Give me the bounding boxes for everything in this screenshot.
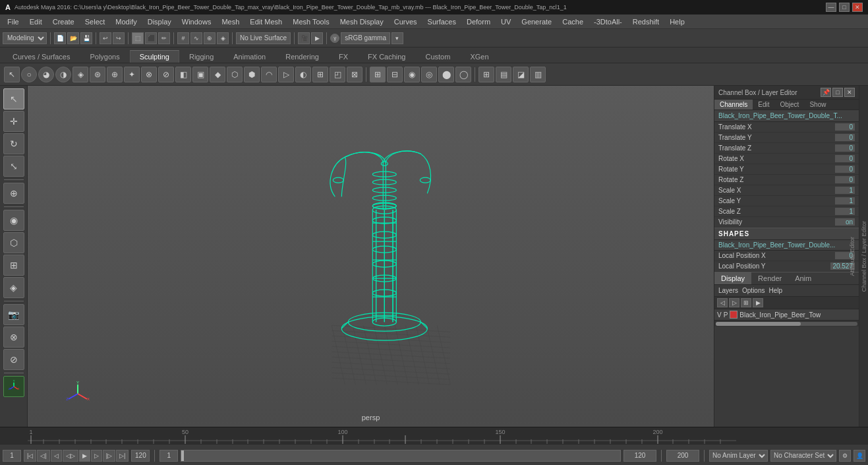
tab-polygons[interactable]: Polygons (80, 50, 129, 63)
dra-tab-render[interactable]: Render (751, 272, 788, 284)
tool12[interactable]: ⊘ (3, 349, 24, 370)
cb-expand-button[interactable]: □ (832, 88, 843, 97)
mirror-icon[interactable]: ⊟ (387, 67, 403, 82)
menu-curves[interactable]: Curves (390, 16, 422, 27)
open-button[interactable]: 📂 (67, 32, 79, 44)
sculpt7-icon[interactable]: ✦ (124, 67, 140, 82)
sculpt4-icon[interactable]: ◈ (72, 67, 88, 82)
channel-translate-y[interactable]: Translate Y 0 (714, 133, 859, 143)
layers-menu-options[interactable]: Options (742, 287, 765, 294)
menu-deform[interactable]: Deform (462, 16, 495, 27)
select-icon[interactable]: ↖ (4, 67, 20, 82)
brush-icon[interactable]: ⬤ (438, 67, 454, 82)
menu-uv[interactable]: UV (496, 16, 515, 27)
go-end-button[interactable]: ▷| (116, 450, 129, 462)
char-set-select[interactable]: No Character Set (770, 450, 836, 462)
render-btn[interactable]: ▶ (311, 32, 323, 44)
menu-edit[interactable]: Edit (25, 16, 47, 27)
layers-icon-1[interactable]: ◁ (717, 298, 728, 307)
menu-display[interactable]: Display (143, 16, 176, 27)
tab-curves-surfaces[interactable]: Curves / Surfaces (3, 50, 80, 63)
sculpt1-icon[interactable]: ○ (21, 67, 37, 82)
channel-rotate-z[interactable]: Rotate Z 0 (714, 175, 859, 185)
menu-mesh-display[interactable]: Mesh Display (335, 16, 388, 27)
display3-icon[interactable]: ◪ (513, 67, 529, 82)
cb-tab-edit[interactable]: Edit (753, 100, 774, 109)
display4-icon[interactable]: ▥ (530, 67, 546, 82)
select-mode-button[interactable]: ↖ (3, 88, 24, 109)
tab-rendering[interactable]: Rendering (275, 50, 329, 63)
channel-local-pos-x[interactable]: Local Position X 0 (714, 251, 859, 261)
layer-row[interactable]: V P Black_Iron_Pipe_Beer_Tow (714, 309, 859, 320)
next-key-button[interactable]: |▷ (103, 450, 115, 462)
channel-scale-y[interactable]: Scale Y 1 (714, 196, 859, 206)
tab-custom[interactable]: Custom (416, 50, 461, 63)
grid-display-icon[interactable]: ⊞ (478, 67, 494, 82)
menu-help[interactable]: Help (665, 16, 689, 27)
cb-tab-channels[interactable]: Channels (714, 100, 753, 109)
sculpt14-icon[interactable]: ⬢ (244, 67, 260, 82)
prev-frame-button[interactable]: ◁ (51, 450, 62, 462)
sculpt18-icon[interactable]: ⊞ (312, 67, 328, 82)
snap-surface[interactable]: ◈ (217, 32, 229, 44)
scrollbar-track[interactable] (716, 322, 857, 326)
close-button[interactable]: ✕ (852, 3, 863, 12)
flood-icon[interactable]: ◯ (455, 67, 471, 82)
new-scene-button[interactable]: 📄 (54, 32, 66, 44)
snap-mode[interactable]: ⊞ (3, 255, 24, 276)
sculpt3-icon[interactable]: ◑ (55, 67, 71, 82)
sculpt5-icon[interactable]: ⊛ (90, 67, 105, 82)
channel-local-pos-y[interactable]: Local Position Y 20.527 (714, 261, 859, 272)
snap-curve[interactable]: ∿ (190, 32, 202, 44)
sculpt11-icon[interactable]: ▣ (192, 67, 208, 82)
attr-strip-ae-label[interactable]: Attribute Editor (849, 237, 855, 276)
cb-pin-button[interactable]: 📌 (821, 88, 831, 97)
move-button[interactable]: ✛ (3, 111, 24, 132)
layers-icon-4[interactable]: ▶ (753, 298, 763, 307)
paint-tool[interactable]: ✏ (158, 32, 170, 44)
anim-prefs-button[interactable]: ⚙ (839, 450, 851, 462)
sculpt19-icon[interactable]: ◰ (330, 67, 345, 82)
menu-select[interactable]: Select (80, 16, 110, 27)
channel-rotate-y[interactable]: Rotate Y 0 (714, 164, 859, 175)
menu-edit-mesh[interactable]: Edit Mesh (245, 16, 287, 27)
prev-key-button[interactable]: ◁| (37, 450, 49, 462)
menu-mesh-tools[interactable]: Mesh Tools (288, 16, 333, 27)
menu-file[interactable]: File (3, 16, 24, 27)
menu-surfaces[interactable]: Surfaces (423, 16, 461, 27)
dra-tab-display[interactable]: Display (714, 272, 751, 284)
menu-windows[interactable]: Windows (177, 16, 216, 27)
tab-rigging[interactable]: Rigging (179, 50, 223, 63)
tool9[interactable]: ◈ (3, 277, 24, 298)
tool5[interactable]: ⊕ (3, 183, 24, 204)
cb-tab-show[interactable]: Show (804, 100, 831, 109)
minimize-button[interactable]: — (826, 3, 836, 12)
sculpt20-icon[interactable]: ⊠ (347, 67, 362, 82)
layers-menu-help[interactable]: Help (768, 287, 782, 294)
channel-rotate-x[interactable]: Rotate X 0 (714, 154, 859, 164)
redo-button[interactable]: ↪ (113, 32, 125, 44)
titlebar-right[interactable]: — □ ✕ (826, 3, 863, 12)
cb-close-button[interactable]: ✕ (844, 88, 855, 97)
sculpt13-icon[interactable]: ⬡ (227, 67, 243, 82)
camera-btn[interactable]: 🎥 (298, 32, 310, 44)
tab-fx-caching[interactable]: FX Caching (358, 50, 415, 63)
soft-select[interactable]: ◉ (3, 210, 24, 231)
menu-cache[interactable]: Cache (558, 16, 588, 27)
symmetry-icon[interactable]: ⊞ (370, 67, 386, 82)
menu-mesh[interactable]: Mesh (217, 16, 244, 27)
workspace-select[interactable]: Modeling (3, 32, 47, 44)
snap-point[interactable]: ⊕ (204, 32, 216, 44)
channel-scale-z[interactable]: Scale Z 1 (714, 206, 859, 217)
sculpt16-icon[interactable]: ▷ (278, 67, 294, 82)
tab-sculpting[interactable]: Sculpting (130, 50, 179, 63)
anim-slider-handle[interactable] (181, 450, 184, 461)
timeline-ruler[interactable]: 150100150200 (0, 427, 868, 444)
cb-tab-object[interactable]: Object (775, 100, 805, 109)
sculpt15-icon[interactable]: ◠ (261, 67, 277, 82)
channel-translate-z[interactable]: Translate Z 0 (714, 143, 859, 154)
menu-3dtoall[interactable]: -3DtoAll- (589, 16, 627, 27)
dra-tab-anim[interactable]: Anim (788, 272, 818, 284)
go-start-button[interactable]: |◁ (24, 450, 36, 462)
menu-modify[interactable]: Modify (111, 16, 141, 27)
